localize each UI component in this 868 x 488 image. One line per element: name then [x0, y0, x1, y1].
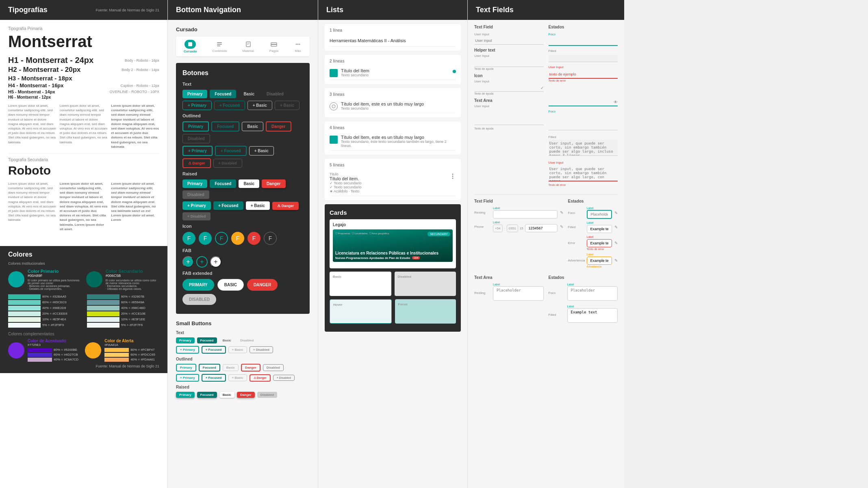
sm-outline-basic-btn[interactable]: Basic	[223, 364, 239, 371]
raised-primary-btn[interactable]: Primary	[182, 179, 207, 188]
list-menu-icon[interactable]	[449, 173, 456, 179]
icon-circle-1[interactable]: F	[182, 232, 195, 245]
nav-item-material[interactable]: Material	[242, 40, 254, 53]
tf-area-foco-out-item: Label	[567, 283, 618, 302]
outlined-basic-btn[interactable]: Basic	[242, 122, 263, 131]
sm-raised-basic-btn[interactable]: Basic	[219, 392, 234, 398]
fab-white-btn[interactable]: +	[210, 256, 221, 268]
text-primary-btn[interactable]: Primary	[182, 90, 207, 98]
text-columns-2: Lorem ipsum dolor sit amet, consetetur s…	[8, 181, 159, 231]
tf-area-foco-input[interactable]	[549, 114, 618, 130]
outlined-plus-danger-btn[interactable]: ⚠ Danger	[182, 158, 211, 168]
error-edit-icon[interactable]: ✎	[614, 241, 618, 245]
sm-outline-danger-btn[interactable]: Danger	[241, 364, 260, 371]
outlined-plus-focused-btn[interactable]: + Focused	[215, 146, 247, 156]
sm-plus-outline-primary-btn[interactable]: + Primary	[176, 374, 199, 382]
resting-edit-icon[interactable]: ✎	[560, 210, 563, 215]
icon-circle-4[interactable]: F	[231, 232, 244, 245]
text-focused-btn[interactable]: Focused	[210, 90, 236, 98]
sm-plus-outline-focused-btn[interactable]: + Focused	[202, 374, 226, 382]
tf-icon-row: ✓	[474, 84, 544, 92]
outlined-plus-primary-btn[interactable]: + Primary	[182, 146, 213, 156]
raised-plus-primary-btn[interactable]: + Primary	[182, 201, 211, 210]
outlined-focused-btn[interactable]: Focused	[211, 121, 239, 132]
tf-normal-input[interactable]	[474, 37, 544, 45]
nav-item-cursado[interactable]: Cursado	[184, 40, 197, 53]
tf-out-filled-input[interactable]	[587, 225, 612, 233]
outlined-plus-basic-btn[interactable]: + Basic	[249, 146, 274, 155]
nav-item-contenido[interactable]: Contenido	[212, 40, 227, 53]
list-sub-5b: ✓ Texto secundario	[330, 185, 446, 189]
sm-plus-outline-basic-btn[interactable]: + Basic	[228, 374, 247, 381]
tf-area-resting-input[interactable]	[493, 286, 544, 301]
text-basic-btn[interactable]: Basic	[239, 90, 259, 98]
tf-area-filled-out-input[interactable]: Example text	[567, 308, 618, 323]
text-plus-primary-btn[interactable]: + Primary	[182, 101, 212, 110]
fab-primary-btn[interactable]: +	[182, 256, 194, 268]
filled-edit-icon[interactable]: ✎	[614, 225, 618, 229]
card-basic[interactable]: Basic	[330, 272, 391, 296]
sm-primary-btn[interactable]: Primary	[176, 337, 195, 343]
area-foco-label: Foco	[549, 291, 565, 295]
tf-icon-input[interactable]	[474, 84, 540, 91]
sm-raised-primary-btn[interactable]: Primary	[176, 392, 195, 398]
card-focus[interactable]: Focus	[395, 299, 456, 324]
tf-phone-item: Label +54 · 0351 15	[493, 221, 558, 232]
text-plus-basic-btn[interactable]: + Basic	[247, 101, 272, 110]
raised-basic-btn[interactable]: Basic	[239, 179, 259, 188]
tf-error-input[interactable]	[549, 71, 618, 79]
fab-row: + + +	[182, 256, 303, 268]
tf-area-filled-input[interactable]	[549, 140, 618, 156]
sm-plus-primary-btn[interactable]: + Primary	[176, 346, 199, 354]
outlined-primary-btn[interactable]: Primary	[182, 121, 209, 132]
tf-out-focus-input[interactable]	[587, 210, 612, 219]
focus-edit-icon[interactable]: ✎	[614, 211, 618, 215]
tf-area-error-input[interactable]	[549, 165, 618, 181]
sm-plus-focused-btn[interactable]: + Focused	[202, 346, 226, 354]
outlined-danger-btn[interactable]: Danger	[266, 121, 291, 132]
sm-plus-basic-btn[interactable]: + Basic	[228, 346, 247, 353]
raised-plus-danger-btn[interactable]: ⚠ Danger	[272, 202, 299, 210]
sm-raised-danger-btn[interactable]: Danger	[237, 392, 255, 398]
fab-outline-btn[interactable]: +	[196, 256, 208, 268]
sm-outline-primary-btn[interactable]: Primary	[176, 364, 196, 371]
raised-danger-btn[interactable]: Danger	[262, 179, 285, 188]
raised-focused-btn[interactable]: Focused	[210, 179, 236, 188]
sm-basic-btn[interactable]: Basic	[219, 337, 234, 343]
tf-icon-foco-input[interactable]	[549, 98, 614, 106]
sm-outline-focused-btn[interactable]: Focused	[199, 364, 220, 371]
tf-phone-input[interactable]	[525, 224, 558, 232]
tf-foco-input[interactable]	[549, 38, 618, 46]
card-hover[interactable]: Hover	[330, 299, 392, 324]
raised-plus-basic-btn[interactable]: + Basic	[246, 201, 270, 210]
tf-area-input[interactable]	[474, 109, 544, 125]
tf-area-foco-out-input[interactable]	[567, 286, 618, 301]
cursado-nav-label: Cursado	[184, 50, 197, 53]
text-plus-basic-2-btn: + Basic	[275, 101, 299, 110]
tf-out-error-input[interactable]	[587, 239, 612, 247]
fab-ext-danger-btn[interactable]: DANGER	[247, 279, 278, 291]
fab-ext-primary-btn[interactable]: PRIMARY	[182, 279, 214, 291]
sm-plus-outline-danger-btn[interactable]: ⚠ Danger	[250, 374, 271, 382]
text-col-1: Lorem ipsum dolor sit amet, consetetur s…	[8, 104, 56, 149]
tf-out-warning-input[interactable]	[587, 257, 612, 265]
h4-heading: H4 - Montserrat - 16px	[8, 82, 64, 89]
tf-area-foco-label: Foco	[549, 110, 618, 113]
nav-item-mas[interactable]: Más	[294, 40, 302, 53]
phone-edit-icon[interactable]: ✎	[560, 225, 563, 229]
icon-circle-2[interactable]: F	[199, 232, 212, 245]
tf-helper-input[interactable]	[474, 59, 544, 67]
fab-ext-basic-btn[interactable]: BASIC	[217, 279, 244, 291]
warning-edit-icon[interactable]: ✎	[614, 258, 618, 263]
nav-item-pagos[interactable]: Pagos	[269, 40, 279, 53]
tf-filled-input[interactable]	[549, 54, 618, 62]
sm-raised-focused-btn[interactable]: Focused	[197, 392, 217, 398]
raised-plus-focused-btn[interactable]: + Focused	[213, 201, 243, 210]
sm-focused-btn[interactable]: Focused	[197, 337, 217, 343]
cursado-label: Cursado	[176, 26, 310, 32]
icon-circle-6[interactable]: F	[264, 232, 277, 245]
icon-circle-3[interactable]: F	[215, 232, 228, 245]
text-plus-focused-btn[interactable]: + Focused	[214, 101, 245, 110]
tf-resting-input[interactable]	[493, 210, 558, 218]
icon-circle-5[interactable]: F	[247, 232, 260, 245]
